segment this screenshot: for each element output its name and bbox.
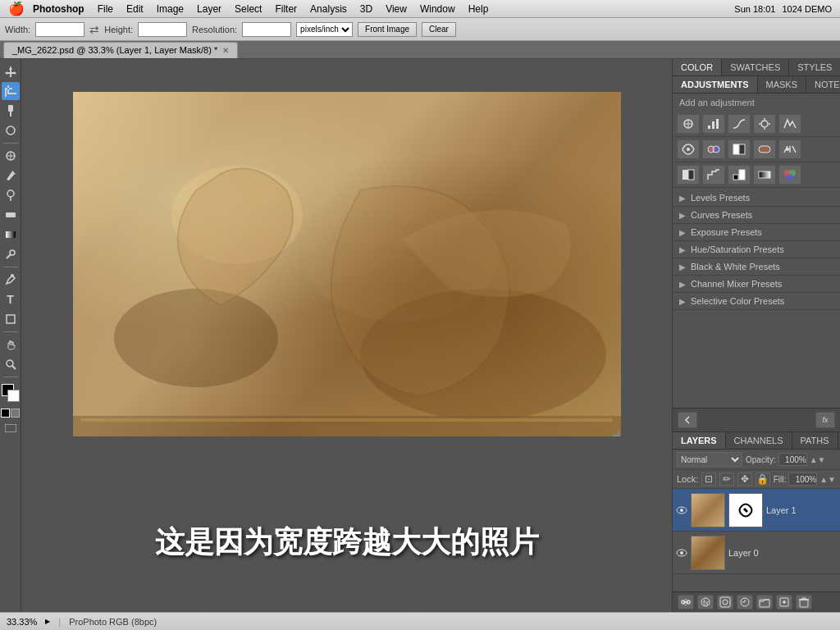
- menu-edit[interactable]: Edit: [120, 0, 150, 17]
- blend-mode-select[interactable]: Normal: [677, 452, 742, 467]
- menu-view[interactable]: View: [379, 0, 413, 17]
- opacity-input[interactable]: [778, 453, 807, 466]
- svg-rect-2: [10, 112, 11, 116]
- exposure-icon[interactable]: [753, 114, 776, 134]
- add-style-icon[interactable]: fx: [697, 595, 714, 609]
- shape-tool[interactable]: [2, 310, 20, 328]
- apple-menu[interactable]: 🍎: [0, 1, 33, 16]
- bw-icon[interactable]: [728, 139, 751, 159]
- screen-mode-button[interactable]: [2, 419, 20, 437]
- preset-item-bw[interactable]: ▶ Black & White Presets: [673, 258, 840, 276]
- brush-tool[interactable]: [2, 167, 20, 185]
- gradient-tool[interactable]: [2, 226, 20, 244]
- tab-channels[interactable]: CHANNELS: [726, 432, 792, 449]
- menu-file[interactable]: File: [91, 0, 120, 17]
- invert-icon[interactable]: [677, 165, 700, 185]
- link-layers-icon[interactable]: [678, 595, 694, 609]
- tab-notes[interactable]: NOTES: [806, 76, 840, 93]
- zoom-menu-icon[interactable]: ▶: [45, 618, 50, 625]
- patch-tool[interactable]: [2, 147, 20, 165]
- lock-image-icon[interactable]: ✏: [719, 472, 734, 486]
- photo-filter-icon[interactable]: [753, 139, 776, 159]
- tab-paths[interactable]: PATHS: [792, 432, 838, 449]
- posterize-icon[interactable]: [702, 165, 725, 185]
- gradient-map-icon[interactable]: [753, 165, 776, 185]
- levels-icon[interactable]: [702, 114, 725, 134]
- dodge-tool[interactable]: [2, 245, 20, 263]
- vibrance-icon[interactable]: [778, 114, 801, 134]
- new-group-icon[interactable]: [756, 595, 773, 609]
- preset-item-exposure[interactable]: ▶ Exposure Presets: [673, 224, 840, 241]
- svg-rect-58: [720, 597, 730, 607]
- preset-item-levels[interactable]: ▶ Levels Presets: [673, 189, 840, 207]
- brightness-contrast-icon[interactable]: [677, 114, 700, 134]
- pen-tool[interactable]: [2, 271, 20, 289]
- return-to-adj-icon[interactable]: [678, 412, 697, 428]
- lasso-tool[interactable]: [2, 121, 20, 139]
- crop-tool[interactable]: [2, 82, 20, 100]
- layer-row-layer0[interactable]: Layer 0: [673, 532, 840, 574]
- tab-adjustments[interactable]: ADJUSTMENTS: [673, 76, 758, 93]
- color-balance-icon[interactable]: [702, 139, 725, 159]
- menu-3d[interactable]: 3D: [354, 0, 379, 17]
- preset-item-selective-color[interactable]: ▶ Selective Color Presets: [673, 293, 840, 310]
- curves-icon[interactable]: [728, 114, 751, 134]
- front-image-button[interactable]: Front Image: [358, 22, 417, 37]
- resolution-input[interactable]: [242, 22, 291, 37]
- move-tool[interactable]: [2, 62, 20, 80]
- hand-tool[interactable]: [2, 336, 20, 354]
- delete-layer-icon[interactable]: [796, 595, 812, 609]
- layer-eye-layer0[interactable]: [676, 547, 687, 559]
- lock-all-icon[interactable]: 🔒: [756, 472, 770, 486]
- eyedropper-tool[interactable]: [2, 102, 20, 120]
- add-mask-icon[interactable]: [717, 595, 733, 609]
- tab-styles[interactable]: STYLES: [789, 59, 840, 75]
- background-color[interactable]: [7, 390, 20, 402]
- unit-select[interactable]: pixels/inch: [296, 22, 353, 37]
- opacity-stepper-icon[interactable]: ▲▼: [810, 455, 826, 464]
- fill-input[interactable]: [788, 472, 817, 486]
- menu-layer[interactable]: Layer: [190, 0, 228, 17]
- layer-row-layer1[interactable]: Layer 1: [673, 489, 840, 532]
- clone-tool[interactable]: [2, 186, 20, 204]
- hue-sat-icon[interactable]: [677, 139, 700, 159]
- tab-color[interactable]: COLOR: [673, 59, 722, 75]
- menu-window[interactable]: Window: [413, 0, 462, 17]
- foreground-background-colors[interactable]: [2, 384, 20, 402]
- preset-list: ▶ Levels Presets ▶ Curves Presets ▶ Expo…: [673, 188, 840, 408]
- menu-analysis[interactable]: Analysis: [304, 0, 354, 17]
- canvas-resize-handle[interactable]: [613, 428, 619, 435]
- menu-image[interactable]: Image: [150, 0, 190, 17]
- lock-position-icon[interactable]: ✥: [737, 472, 752, 486]
- menu-select[interactable]: Select: [228, 0, 268, 17]
- menu-help[interactable]: Help: [462, 0, 495, 17]
- layer-mask-thumb-layer1[interactable]: [728, 493, 763, 527]
- zoom-tool[interactable]: [2, 355, 20, 373]
- tab-masks[interactable]: MASKS: [758, 76, 807, 93]
- fx-icon[interactable]: fx: [815, 412, 835, 428]
- channel-mixer-icon[interactable]: [778, 139, 801, 159]
- preset-item-channel-mixer[interactable]: ▶ Channel Mixer Presets: [673, 276, 840, 293]
- width-input[interactable]: [35, 22, 84, 37]
- selective-color-adj-icon[interactable]: [778, 165, 801, 185]
- preset-item-curves[interactable]: ▶ Curves Presets: [673, 207, 840, 224]
- svg-rect-27: [716, 119, 719, 129]
- new-layer-icon[interactable]: [776, 595, 792, 609]
- document-tab[interactable]: _MG_2622.psd @ 33.3% (Layer 1, Layer Mas…: [3, 42, 238, 58]
- lock-transparent-icon[interactable]: ⊡: [701, 472, 716, 486]
- svg-rect-38: [759, 146, 770, 153]
- eraser-tool[interactable]: [2, 206, 20, 224]
- fill-stepper-icon[interactable]: ▲▼: [819, 475, 836, 484]
- menu-filter[interactable]: Filter: [268, 0, 304, 17]
- threshold-icon[interactable]: [728, 165, 751, 185]
- tab-layers[interactable]: LAYERS: [673, 432, 726, 449]
- layer-eye-layer1[interactable]: [676, 504, 687, 516]
- quick-mask-toggle[interactable]: [1, 409, 20, 418]
- preset-item-hue-sat[interactable]: ▶ Hue/Saturation Presets: [673, 241, 840, 258]
- clear-button[interactable]: Clear: [422, 22, 456, 37]
- close-tab-icon[interactable]: ✕: [222, 46, 229, 55]
- new-adj-layer-icon[interactable]: [737, 595, 753, 609]
- text-tool[interactable]: T: [2, 290, 20, 308]
- height-input[interactable]: [138, 22, 187, 37]
- tab-swatches[interactable]: SWATCHES: [722, 59, 789, 75]
